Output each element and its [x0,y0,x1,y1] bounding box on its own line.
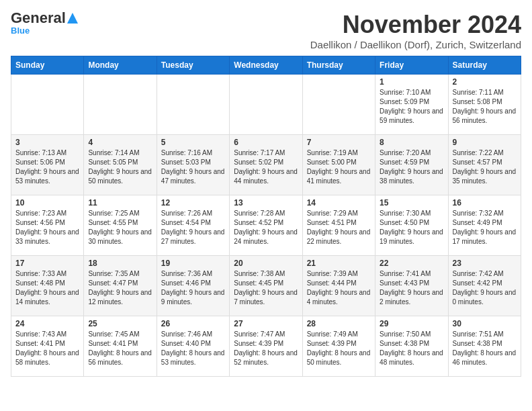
day-number: 14 [307,198,371,208]
day-info: Sunrise: 7:36 AM Sunset: 4:46 PM Dayligh… [161,269,225,307]
calendar-cell: 12Sunrise: 7:26 AM Sunset: 4:54 PM Dayli… [157,195,229,256]
day-number: 4 [88,138,152,147]
day-info: Sunrise: 7:42 AM Sunset: 4:42 PM Dayligh… [453,269,517,307]
day-info: Sunrise: 7:38 AM Sunset: 4:45 PM Dayligh… [234,269,298,307]
calendar-cell: 13Sunrise: 7:28 AM Sunset: 4:52 PM Dayli… [230,195,302,256]
day-number: 6 [234,138,298,147]
day-info: Sunrise: 7:17 AM Sunset: 5:02 PM Dayligh… [234,148,298,186]
day-info: Sunrise: 7:30 AM Sunset: 4:50 PM Dayligh… [380,209,443,246]
calendar-cell [230,75,302,135]
calendar-week-row: 1Sunrise: 7:10 AM Sunset: 5:09 PM Daylig… [11,75,521,135]
calendar-cell: 26Sunrise: 7:46 AM Sunset: 4:40 PM Dayli… [157,316,229,377]
calendar-cell: 22Sunrise: 7:41 AM Sunset: 4:43 PM Dayli… [375,256,448,316]
day-info: Sunrise: 7:50 AM Sunset: 4:38 PM Dayligh… [380,330,443,367]
day-number: 23 [453,259,517,268]
day-number: 25 [88,319,152,328]
day-info: Sunrise: 7:22 AM Sunset: 4:57 PM Dayligh… [453,148,517,186]
calendar-cell: 17Sunrise: 7:33 AM Sunset: 4:48 PM Dayli… [11,256,84,316]
day-info: Sunrise: 7:19 AM Sunset: 5:00 PM Dayligh… [307,148,371,186]
day-info: Sunrise: 7:26 AM Sunset: 4:54 PM Dayligh… [161,209,225,246]
day-number: 26 [161,319,225,328]
day-header-monday: Monday [84,56,157,75]
calendar-week-row: 24Sunrise: 7:43 AM Sunset: 4:41 PM Dayli… [11,316,521,377]
calendar-week-row: 10Sunrise: 7:23 AM Sunset: 4:56 PM Dayli… [11,195,521,256]
calendar-cell: 30Sunrise: 7:51 AM Sunset: 4:38 PM Dayli… [448,316,521,377]
day-number: 27 [234,319,298,328]
calendar-cell: 1Sunrise: 7:10 AM Sunset: 5:09 PM Daylig… [375,75,448,135]
day-number: 9 [453,138,517,147]
day-info: Sunrise: 7:29 AM Sunset: 4:51 PM Dayligh… [307,209,371,246]
svg-marker-0 [67,13,78,24]
calendar-cell: 24Sunrise: 7:43 AM Sunset: 4:41 PM Dayli… [11,316,84,377]
day-info: Sunrise: 7:47 AM Sunset: 4:39 PM Dayligh… [234,330,298,367]
logo-general: General [11,11,66,26]
day-info: Sunrise: 7:49 AM Sunset: 4:39 PM Dayligh… [307,330,371,367]
calendar-table: SundayMondayTuesdayWednesdayThursdayFrid… [11,56,521,377]
day-info: Sunrise: 7:25 AM Sunset: 4:55 PM Dayligh… [88,209,152,246]
calendar-cell: 16Sunrise: 7:32 AM Sunset: 4:49 PM Dayli… [448,195,521,256]
calendar-cell: 11Sunrise: 7:25 AM Sunset: 4:55 PM Dayli… [84,195,157,256]
calendar-cell: 27Sunrise: 7:47 AM Sunset: 4:39 PM Dayli… [230,316,302,377]
day-info: Sunrise: 7:16 AM Sunset: 5:03 PM Dayligh… [161,148,225,186]
page-header: General Blue November 2024 Daellikon / D… [11,11,521,50]
calendar-cell: 8Sunrise: 7:20 AM Sunset: 4:59 PM Daylig… [375,135,448,195]
day-header-thursday: Thursday [302,56,375,75]
day-info: Sunrise: 7:51 AM Sunset: 4:38 PM Dayligh… [453,330,517,367]
calendar-cell: 6Sunrise: 7:17 AM Sunset: 5:02 PM Daylig… [230,135,302,195]
day-number: 28 [307,319,371,328]
calendar-cell: 3Sunrise: 7:13 AM Sunset: 5:06 PM Daylig… [11,135,84,195]
calendar-cell: 14Sunrise: 7:29 AM Sunset: 4:51 PM Dayli… [302,195,375,256]
calendar-cell: 2Sunrise: 7:11 AM Sunset: 5:08 PM Daylig… [448,75,521,135]
day-header-saturday: Saturday [448,56,521,75]
calendar-cell: 5Sunrise: 7:16 AM Sunset: 5:03 PM Daylig… [157,135,229,195]
day-number: 13 [234,198,298,208]
day-info: Sunrise: 7:10 AM Sunset: 5:09 PM Dayligh… [380,88,443,126]
day-info: Sunrise: 7:32 AM Sunset: 4:49 PM Dayligh… [453,209,517,246]
logo: General Blue [11,11,79,36]
day-header-friday: Friday [375,56,448,75]
day-info: Sunrise: 7:45 AM Sunset: 4:41 PM Dayligh… [88,330,152,367]
day-info: Sunrise: 7:23 AM Sunset: 4:56 PM Dayligh… [15,209,79,246]
calendar-cell: 28Sunrise: 7:49 AM Sunset: 4:39 PM Dayli… [302,316,375,377]
day-header-sunday: Sunday [11,56,84,75]
day-info: Sunrise: 7:43 AM Sunset: 4:41 PM Dayligh… [15,330,79,367]
calendar-cell [157,75,229,135]
day-info: Sunrise: 7:35 AM Sunset: 4:47 PM Dayligh… [88,269,152,307]
day-info: Sunrise: 7:13 AM Sunset: 5:06 PM Dayligh… [15,148,79,186]
day-number: 3 [15,138,79,147]
day-number: 30 [453,319,517,328]
calendar-week-row: 3Sunrise: 7:13 AM Sunset: 5:06 PM Daylig… [11,135,521,195]
calendar-cell: 18Sunrise: 7:35 AM Sunset: 4:47 PM Dayli… [84,256,157,316]
day-number: 5 [161,138,225,147]
calendar-cell: 20Sunrise: 7:38 AM Sunset: 4:45 PM Dayli… [230,256,302,316]
calendar-week-row: 17Sunrise: 7:33 AM Sunset: 4:48 PM Dayli… [11,256,521,316]
calendar-cell: 7Sunrise: 7:19 AM Sunset: 5:00 PM Daylig… [302,135,375,195]
day-number: 7 [307,138,371,147]
day-info: Sunrise: 7:46 AM Sunset: 4:40 PM Dayligh… [161,330,225,367]
day-number: 20 [234,259,298,268]
day-number: 1 [380,77,443,87]
calendar-cell: 19Sunrise: 7:36 AM Sunset: 4:46 PM Dayli… [157,256,229,316]
calendar-cell: 21Sunrise: 7:39 AM Sunset: 4:44 PM Dayli… [302,256,375,316]
month-title: November 2024 [310,11,521,39]
logo-blue: Blue [11,26,30,36]
day-number: 22 [380,259,443,268]
day-number: 15 [380,198,443,208]
title-section: November 2024 Daellikon / Daellikon (Dor… [310,11,521,50]
day-info: Sunrise: 7:20 AM Sunset: 4:59 PM Dayligh… [380,148,443,186]
calendar-cell: 9Sunrise: 7:22 AM Sunset: 4:57 PM Daylig… [448,135,521,195]
day-info: Sunrise: 7:14 AM Sunset: 5:05 PM Dayligh… [88,148,152,186]
day-number: 29 [380,319,443,328]
calendar-cell: 10Sunrise: 7:23 AM Sunset: 4:56 PM Dayli… [11,195,84,256]
day-info: Sunrise: 7:28 AM Sunset: 4:52 PM Dayligh… [234,209,298,246]
day-number: 21 [307,259,371,268]
calendar-cell: 29Sunrise: 7:50 AM Sunset: 4:38 PM Dayli… [375,316,448,377]
logo-arrow-icon [66,11,79,25]
calendar-cell: 15Sunrise: 7:30 AM Sunset: 4:50 PM Dayli… [375,195,448,256]
day-number: 17 [15,259,79,268]
calendar-cell: 25Sunrise: 7:45 AM Sunset: 4:41 PM Dayli… [84,316,157,377]
day-number: 8 [380,138,443,147]
calendar-header-row: SundayMondayTuesdayWednesdayThursdayFrid… [11,56,521,75]
day-header-tuesday: Tuesday [157,56,229,75]
day-number: 2 [453,77,517,87]
